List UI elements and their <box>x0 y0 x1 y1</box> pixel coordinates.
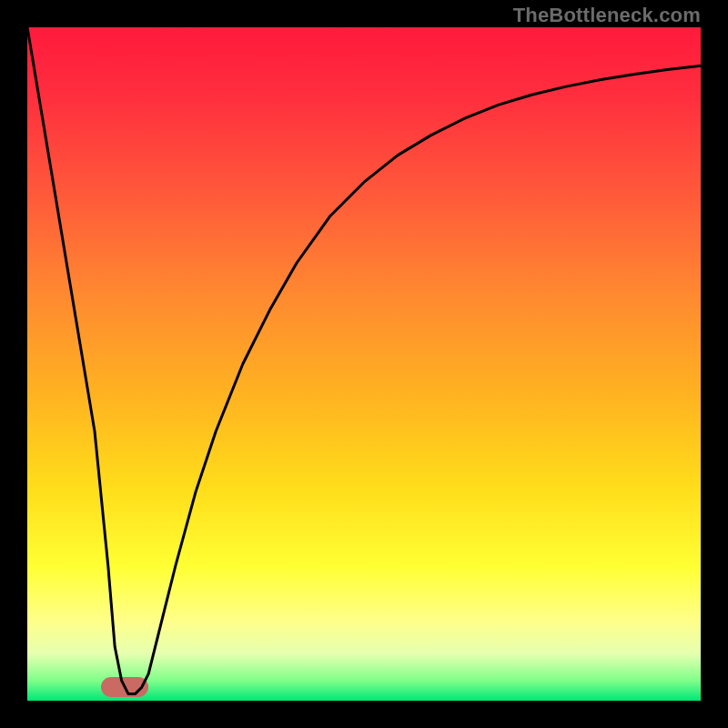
chart-frame: TheBottleneck.com <box>0 0 728 728</box>
watermark-text: TheBottleneck.com <box>513 4 701 27</box>
plot-area <box>27 27 701 701</box>
curve-svg <box>27 27 701 701</box>
bottleneck-curve-path <box>27 27 701 694</box>
